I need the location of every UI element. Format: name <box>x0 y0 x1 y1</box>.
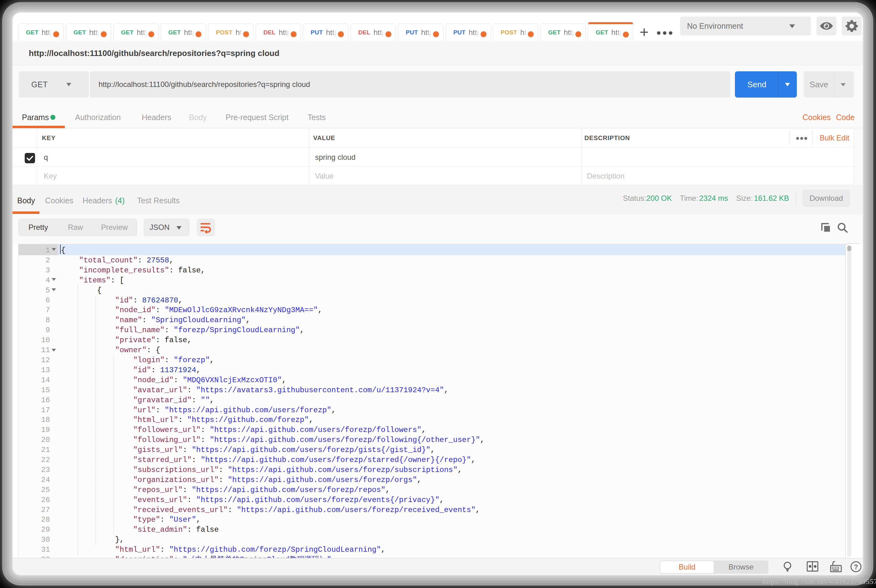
svg-text:?: ? <box>854 563 858 571</box>
